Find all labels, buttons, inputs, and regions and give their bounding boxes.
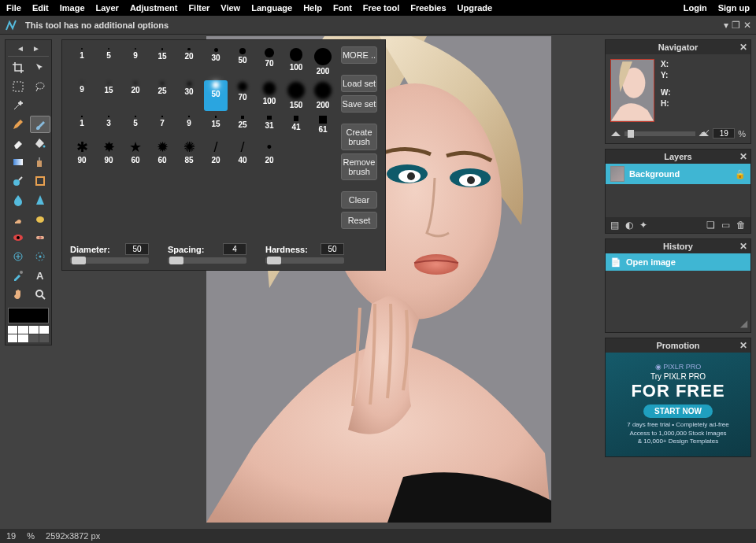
replace-color-tool[interactable]	[8, 172, 28, 190]
zoom-value[interactable]: 19	[713, 128, 735, 139]
new-layer-icon[interactable]: ▤	[610, 220, 619, 231]
smudge-tool[interactable]	[8, 210, 28, 227]
brush-preset[interactable]: 7	[150, 114, 174, 135]
crop-tool[interactable]	[8, 59, 28, 76]
remove-brush-button[interactable]: Remove brush	[341, 153, 377, 180]
navigator-close-icon[interactable]: ✕	[739, 42, 747, 53]
brush-preset[interactable]: 70	[258, 46, 281, 77]
brush-preset[interactable]: ✹60	[150, 139, 174, 166]
swatch-presets[interactable]	[8, 326, 49, 342]
menu-view[interactable]: View	[220, 3, 240, 13]
clear-button[interactable]: Clear	[341, 191, 377, 209]
brush-tool[interactable]	[30, 116, 50, 133]
menu-edit[interactable]: Edit	[32, 3, 49, 13]
clone-tool[interactable]	[30, 153, 50, 171]
trash-icon[interactable]: 🗑	[736, 220, 746, 231]
arrow-right-icon[interactable]: ►	[32, 44, 40, 53]
save-set-button[interactable]: Save set	[341, 95, 377, 113]
layers-close-icon[interactable]: ✕	[739, 151, 747, 162]
blur-tool[interactable]	[8, 191, 28, 209]
history-close-icon[interactable]: ✕	[739, 241, 747, 252]
layer-background[interactable]: Background 🔒	[606, 164, 750, 184]
lasso-tool[interactable]	[30, 78, 50, 95]
maximize-icon[interactable]: ❐	[732, 20, 740, 31]
history-open-image[interactable]: 📄 Open image	[606, 253, 750, 271]
brush-preset[interactable]: 41	[284, 114, 308, 135]
brush-preset[interactable]: 20	[177, 46, 201, 77]
brush-preset[interactable]: 150	[284, 80, 308, 111]
lock-icon[interactable]: 🔒	[735, 169, 746, 179]
spot-heal-tool[interactable]	[30, 229, 50, 246]
brush-preset[interactable]: 200	[311, 80, 335, 111]
gradient-tool[interactable]	[8, 153, 28, 171]
up-icon[interactable]: ▭	[721, 220, 730, 231]
brush-preset[interactable]: •20	[258, 139, 281, 166]
hardness-value[interactable]: 50	[321, 243, 344, 255]
menu-file[interactable]: File	[6, 3, 21, 13]
load-set-button[interactable]: Load set	[341, 75, 377, 92]
bloat-tool[interactable]	[8, 248, 28, 265]
redeye-tool[interactable]	[8, 229, 28, 246]
marquee-tool[interactable]	[8, 78, 28, 95]
eyedropper-tool[interactable]	[8, 267, 28, 284]
brush-preset[interactable]: 15	[150, 46, 174, 77]
brush-preset[interactable]: 9	[70, 80, 94, 111]
login-link[interactable]: Login	[684, 3, 707, 13]
mask-icon[interactable]: ◐	[625, 220, 633, 231]
brush-preset[interactable]: 70	[231, 80, 254, 111]
signup-link[interactable]: Sign up	[718, 3, 750, 13]
sponge-tool[interactable]	[30, 210, 50, 227]
menu-layer[interactable]: Layer	[96, 3, 119, 13]
menu-help[interactable]: Help	[303, 3, 322, 13]
move-tool[interactable]	[30, 59, 50, 76]
wand-tool[interactable]	[8, 97, 28, 114]
brush-preset[interactable]: 100	[258, 80, 281, 111]
dup-layer-icon[interactable]: ❏	[706, 220, 715, 231]
more-button[interactable]: MORE ..	[341, 46, 377, 64]
fx-icon[interactable]: ✦	[639, 220, 647, 231]
brush-preset[interactable]: 15	[97, 80, 120, 111]
diameter-slider[interactable]	[70, 257, 149, 264]
minimize-icon[interactable]: ▾	[724, 20, 728, 31]
brush-preset[interactable]: 9	[124, 46, 147, 77]
menu-image[interactable]: Image	[60, 3, 85, 13]
arrow-left-icon[interactable]: ◄	[17, 44, 24, 53]
brush-preset[interactable]: 5	[97, 46, 120, 77]
brush-preset[interactable]: 61	[311, 114, 335, 135]
brush-preset[interactable]: 30	[204, 46, 228, 77]
color-swatch[interactable]	[8, 308, 49, 323]
promotion-close-icon[interactable]: ✕	[739, 340, 747, 351]
expand-icon[interactable]: ◢	[740, 318, 747, 329]
brush-preset[interactable]: /40	[231, 139, 254, 166]
brush-preset[interactable]: ✱90	[70, 139, 94, 166]
sharpen-tool[interactable]	[30, 191, 50, 209]
menu-upgrade[interactable]: Upgrade	[458, 3, 493, 13]
hand-tool[interactable]	[8, 286, 28, 303]
brush-preset[interactable]: 5	[124, 114, 147, 135]
brush-preset[interactable]: 1	[70, 46, 94, 77]
brush-preset[interactable]: 50	[231, 46, 254, 77]
reset-button[interactable]: Reset	[341, 212, 377, 229]
create-brush-button[interactable]: Create brush	[341, 124, 377, 150]
type-tool[interactable]: A	[30, 267, 50, 284]
spacing-value[interactable]: 4	[223, 243, 246, 255]
brush-preset[interactable]: 31	[258, 114, 281, 135]
brush-preset[interactable]: 15	[204, 114, 228, 135]
brush-preset[interactable]: 20	[124, 80, 147, 111]
menu-freetool[interactable]: Free tool	[363, 3, 399, 13]
brush-preset[interactable]: 3	[97, 114, 120, 135]
zoom-slider[interactable]	[624, 131, 695, 136]
bucket-tool[interactable]	[30, 135, 50, 152]
brush-preset[interactable]: 30	[177, 80, 201, 111]
brush-preset[interactable]: ★60	[124, 139, 147, 166]
pinch-tool[interactable]	[30, 248, 50, 265]
start-now-button[interactable]: START NOW	[643, 404, 713, 418]
zoom-out-icon[interactable]	[610, 129, 621, 139]
zoom-tool[interactable]	[30, 286, 50, 303]
navigator-thumbnail[interactable]	[610, 59, 654, 122]
brush-preset[interactable]: 50	[204, 80, 228, 111]
menu-adjustment[interactable]: Adjustment	[130, 3, 178, 13]
spacing-slider[interactable]	[168, 257, 246, 264]
brush-preset[interactable]: /20	[204, 139, 228, 166]
diameter-value[interactable]: 50	[125, 243, 149, 255]
